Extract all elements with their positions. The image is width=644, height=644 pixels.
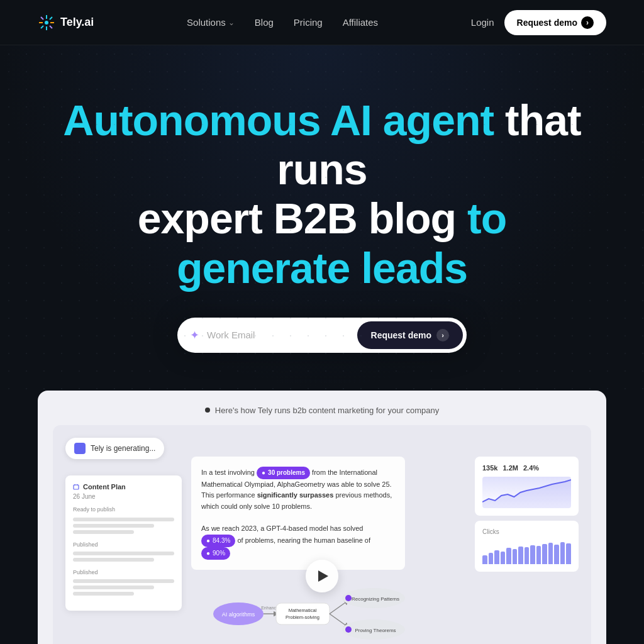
spark-icon: ✦	[190, 328, 199, 342]
bar	[489, 553, 494, 564]
clicks-panel: Clicks	[475, 521, 579, 572]
content-status-ready: Ready to publish	[73, 506, 174, 513]
nav-pricing[interactable]: Pricing	[294, 17, 323, 28]
svg-line-6	[50, 26, 52, 28]
stats-panel: 135k 1.2M 2.4% Clicks	[475, 457, 579, 572]
video-label: Here's how Tely runs b2b content marketi…	[53, 406, 591, 415]
svg-point-22	[345, 595, 352, 601]
svg-point-25	[345, 626, 352, 633]
video-container: Tely is generating... Content Plan 26 Ju…	[53, 425, 591, 644]
content-line	[73, 552, 174, 555]
content-line	[73, 518, 174, 521]
login-button[interactable]: Login	[471, 17, 494, 28]
navbar: Tely.ai Solutions ⌄ Blog Pricing Affilia…	[0, 0, 644, 45]
svg-rect-16	[276, 603, 330, 625]
request-demo-button[interactable]: Request demo ›	[357, 321, 463, 349]
video-section: Here's how Tely runs b2b content marketi…	[38, 391, 606, 644]
content-line	[73, 524, 154, 528]
badge-84-percent: ● 84.3%	[201, 535, 235, 547]
content-lines-1	[73, 518, 174, 534]
bar	[536, 546, 541, 564]
nav-solutions[interactable]: Solutions ⌄	[187, 17, 235, 28]
content-lines-3	[73, 579, 174, 596]
badge-90-percent: ● 90%	[201, 547, 230, 560]
calendar-icon	[73, 484, 79, 490]
tely-badge-icon	[74, 443, 86, 454]
hero-section: Autonomous AI agent that runs expert B2B…	[0, 45, 644, 391]
arrow-icon: ›	[581, 16, 594, 29]
stats-top: 135k 1.2M 2.4%	[475, 457, 579, 516]
stats-numbers: 135k 1.2M 2.4%	[482, 464, 571, 472]
clicks-label: Clicks	[482, 528, 571, 535]
content-line	[73, 558, 154, 562]
content-line	[73, 586, 154, 589]
svg-point-0	[45, 21, 48, 25]
arrow-circle-icon: ›	[436, 329, 449, 341]
play-button[interactable]	[306, 560, 338, 592]
bar	[501, 552, 506, 564]
nav-links: Solutions ⌄ Blog Pricing Affiliates	[187, 17, 378, 28]
svg-line-20	[330, 614, 347, 626]
nav-request-demo-button[interactable]: Request demo ›	[504, 10, 606, 35]
svg-line-5	[41, 17, 43, 19]
bar	[566, 543, 571, 564]
nav-actions: Login Request demo ›	[471, 10, 606, 35]
stat-chart	[482, 477, 571, 508]
bar	[530, 545, 535, 564]
bar	[513, 549, 518, 564]
hero-headline-cyan: Autonomous AI agent	[63, 96, 505, 144]
content-line	[73, 592, 134, 596]
video-inner: Tely is generating... Content Plan 26 Ju…	[53, 425, 591, 644]
published-label: Published	[73, 541, 174, 548]
bar	[560, 542, 565, 564]
bar	[554, 545, 559, 564]
logo[interactable]: Tely.ai	[38, 14, 94, 31]
tely-generating-badge: Tely is generating...	[65, 438, 164, 459]
content-lines-2	[73, 552, 174, 562]
bar-chart	[482, 539, 571, 564]
content-plan-header: Content Plan	[73, 483, 174, 491]
logo-icon	[38, 14, 55, 31]
bar	[542, 544, 547, 564]
logo-text: Tely.ai	[60, 16, 94, 29]
email-input[interactable]	[204, 325, 357, 345]
nav-affiliates[interactable]: Affiliates	[343, 17, 378, 28]
svg-text:Mathematical: Mathematical	[289, 608, 317, 613]
stat-135k: 135k	[482, 464, 497, 472]
svg-line-8	[41, 26, 43, 28]
dot-icon	[205, 408, 210, 413]
nav-blog[interactable]: Blog	[255, 17, 274, 28]
stat-24pct: 2.4%	[523, 464, 539, 472]
math-text-panel: In a test involving ● 30 problems from t…	[191, 457, 405, 570]
svg-text:Proving Theorems: Proving Theorems	[355, 628, 396, 633]
badge-30-problems: ● 30 problems	[257, 467, 310, 479]
content-line	[73, 579, 174, 583]
svg-text:Recognizing Patterns: Recognizing Patterns	[352, 596, 399, 602]
stat-12m: 1.2M	[502, 464, 518, 472]
content-plan-panel: Content Plan 26 June Ready to publish Pu…	[65, 475, 182, 611]
bar	[518, 547, 523, 564]
content-plan-date: 26 June	[73, 493, 174, 500]
math-paragraph-1: In a test involving ● 30 problems from t…	[201, 467, 395, 513]
bar	[494, 550, 499, 564]
content-line	[73, 530, 134, 534]
svg-line-7	[50, 17, 52, 19]
email-form: ✦ Request demo ›	[177, 318, 467, 353]
math-paragraph-2: As we reach 2023, a GPT-4-based model ha…	[201, 523, 395, 560]
published-label-2: Published	[73, 569, 174, 575]
chevron-down-icon: ⌄	[228, 18, 235, 27]
bar	[506, 548, 511, 564]
hero-headline-line2: expert B2B blog	[138, 194, 467, 242]
svg-text:AI algorithms: AI algorithms	[222, 611, 255, 618]
svg-line-19	[330, 601, 347, 614]
bar	[525, 547, 530, 564]
svg-text:Problem-solving: Problem-solving	[286, 614, 319, 620]
svg-rect-9	[74, 485, 79, 489]
hero-headline: Autonomous AI agent that runs expert B2B…	[52, 96, 592, 292]
bar	[548, 543, 553, 564]
bar	[482, 555, 487, 564]
